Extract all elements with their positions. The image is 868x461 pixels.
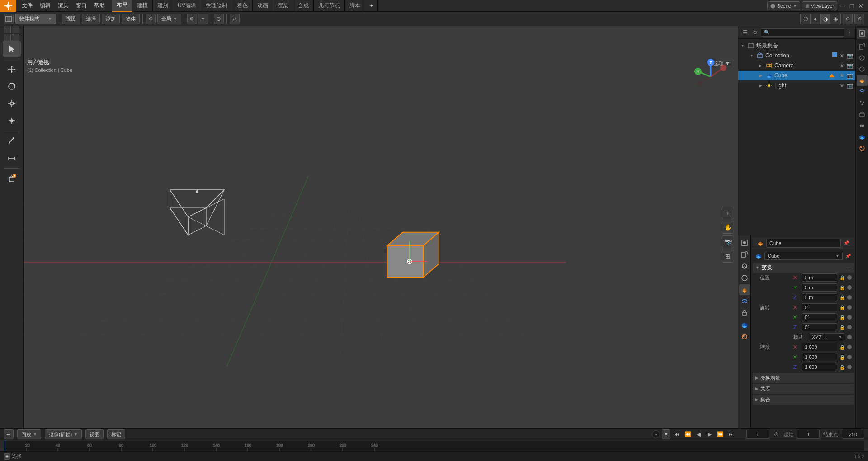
rot-y-dot[interactable] [847,315,852,320]
camera-view-btn[interactable]: 📷 [722,235,734,248]
viewport[interactable]: 用户透视 (1) Collection | Cube 选项 ▼ Z [24,26,738,428]
start-frame[interactable]: 1 [797,430,820,439]
object-mode-dropdown[interactable]: 物体模式 ▼ [15,14,56,24]
far-prop-particles-icon[interactable] [857,98,868,108]
object-pin-icon[interactable]: 📌 [843,240,850,247]
prop-tab-modifier[interactable] [739,296,750,307]
prop-tab-scene[interactable] [739,261,750,272]
rot-y-value[interactable]: 0° [802,313,837,321]
solid-shading-btn[interactable]: ● [811,14,821,24]
viewport-canvas[interactable]: 用户透视 (1) Collection | Cube 选项 ▼ Z [24,41,738,428]
transform-tool[interactable] [3,113,21,129]
prop-tab-material[interactable] [739,331,750,342]
jump-end-btn[interactable]: ⏭ [726,430,736,439]
pos-x-lock[interactable]: 🔒 [839,274,845,281]
far-prop-object-icon[interactable] [857,75,868,86]
cube-render-icon[interactable]: 📷 [846,72,854,79]
step-forward-btn[interactable]: ⏩ [716,430,725,439]
object-name-field[interactable]: Cube [766,239,841,248]
outliner-menu-icon[interactable]: ⋮ [846,29,853,36]
scale-y-lock[interactable]: 🔒 [839,354,845,360]
cube-object[interactable] [373,228,446,297]
menu-help[interactable]: 帮助 [90,0,108,12]
prop-tab-world[interactable] [739,273,750,283]
light-arrow[interactable]: ▶ [758,83,764,88]
cursor-tool[interactable] [3,41,21,57]
select-box-icon[interactable] [4,26,11,33]
outliner-view-toggle[interactable]: ☰ [741,28,749,37]
tab-uv[interactable]: UV编辑 [173,0,201,12]
delta-transform-header[interactable]: ▶ 变换增量 [753,373,854,383]
collection-arrow[interactable]: ▾ [749,53,755,58]
annotate-tool[interactable] [3,133,21,149]
select-menu[interactable]: 选择 [82,14,100,24]
rot-z-lock[interactable]: 🔒 [839,324,845,330]
pos-x-value[interactable]: 0 m [802,273,837,282]
proportional-edit-icon[interactable]: ⊙ [214,14,224,24]
global-dropdown[interactable]: 全局 ▼ [157,14,181,24]
far-prop-modifier-icon[interactable] [857,86,868,97]
collection-eye-icon[interactable]: 👁 [838,52,845,59]
tab-scripting[interactable]: 脚本 [345,0,365,12]
cube-arrow[interactable]: ▶ [758,73,764,78]
far-prop-constraints-icon[interactable] [857,120,868,131]
scale-tool[interactable] [3,95,21,112]
pos-x-dot[interactable] [847,275,852,280]
tab-sculpt[interactable]: 雕刻 [153,0,173,12]
add-menu[interactable]: 添加 [102,14,120,24]
tab-rendering[interactable]: 渲染 [273,0,293,12]
light-eye-icon[interactable]: 👁 [838,82,845,89]
overlay-options-icon[interactable]: ⊕ [843,14,853,24]
scale-z-lock[interactable]: 🔒 [839,364,845,370]
rot-z-value[interactable]: 0° [802,323,837,331]
pos-y-value[interactable]: 0 m [802,283,837,292]
step-back-btn[interactable]: ⏪ [683,430,692,439]
object-menu[interactable]: 物体 [122,14,140,24]
far-prop-material-icon[interactable] [857,143,868,154]
outliner-filter-icon[interactable]: ⚙ [751,28,759,37]
gizmo[interactable]: Z Y [693,59,729,95]
scale-x-lock[interactable]: 🔒 [839,344,845,350]
view-menu[interactable]: 视图 [62,14,80,24]
tab-modeling[interactable]: 建模 [132,0,153,12]
add-cube-tool[interactable] [3,170,21,187]
tab-texture[interactable]: 纹理绘制 [201,0,232,12]
material-shading-btn[interactable]: ◑ [821,14,830,24]
prop-tab-object-data[interactable] [739,320,750,330]
zoom-in-btn[interactable]: + [722,207,734,219]
scale-z-value[interactable]: 1.000 [802,363,837,371]
scale-z-dot[interactable] [847,365,852,369]
far-prop-view-icon[interactable] [857,52,868,63]
relations-header[interactable]: ▶ 关系 [753,384,854,394]
snap-options-icon[interactable]: ≡ [198,14,208,24]
tweak-icon[interactable] [12,34,19,41]
end-frame[interactable]: 250 [842,430,864,439]
mode-icon-btn[interactable] [4,14,14,24]
interp-menu[interactable]: 抠像(插帧) ▼ [45,429,82,439]
outliner-search[interactable]: 🔍 [761,28,844,37]
far-prop-physics-icon[interactable] [857,109,868,120]
outliner-item-cube[interactable]: ▶ Cube 👁 📷 [738,71,855,80]
mesh-pin-icon[interactable]: 📌 [844,252,852,259]
rot-x-dot[interactable] [847,305,852,310]
measure-tool[interactable] [3,150,21,166]
close-button[interactable]: ✕ [857,2,864,9]
transform-section-header[interactable]: ▼ 变换 ⋯ [753,263,854,273]
menu-file[interactable]: 文件 [18,0,36,12]
tab-add[interactable]: + [365,0,378,12]
tab-geometry[interactable]: 几何节点 [314,0,345,12]
rot-x-value[interactable]: 0° [802,303,837,311]
tab-compositing[interactable]: 合成 [293,0,314,12]
rot-mode-dot[interactable] [847,335,852,339]
outliner-item-light[interactable]: ▶ Light 👁 📷 [738,80,855,90]
mesh-dropdown[interactable]: Cube ▼ [764,252,843,260]
light-render-icon[interactable]: 📷 [846,82,854,89]
timer-icon[interactable]: ⏱ [773,431,780,438]
scale-y-value[interactable]: 1.000 [802,353,837,361]
current-frame[interactable]: 1 [746,430,769,439]
play-btn[interactable]: ▶ [705,430,714,439]
timeline-scrubber[interactable]: 20 40 60 80 100 120 140 160 180 200 220 … [4,440,864,451]
far-prop-render-icon[interactable] [857,28,868,39]
outliner-item-collection[interactable]: ▾ Collection 👁 📷 [738,51,855,61]
playback-menu[interactable]: 回放 ▼ [17,429,41,439]
